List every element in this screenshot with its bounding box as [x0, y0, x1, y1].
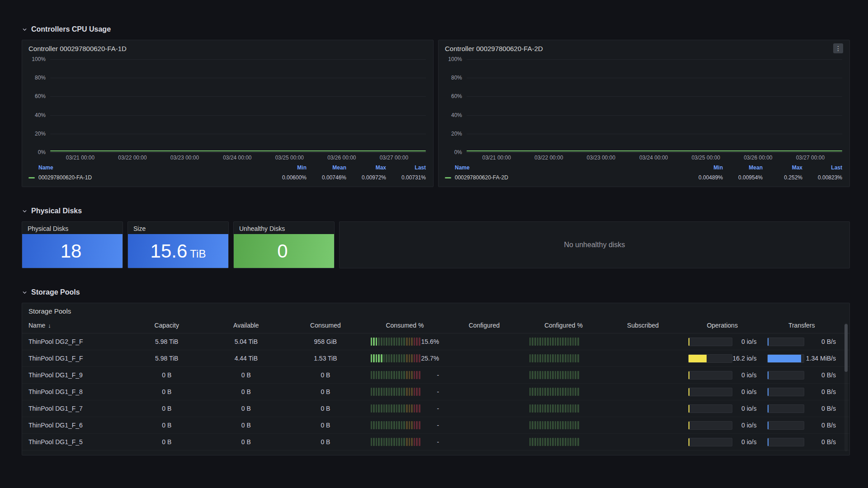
- consumed-pct-label: -: [420, 422, 439, 429]
- legend-value-mean: 0.00746%: [307, 174, 346, 181]
- x-tick-label: 03/25 00:00: [275, 155, 304, 161]
- legend-header-last[interactable]: Last: [802, 164, 842, 171]
- chart-plot-area[interactable]: [467, 59, 842, 152]
- column-header-consumed-pct[interactable]: Consumed %: [365, 322, 445, 329]
- legend-header-mean[interactable]: Mean: [307, 164, 346, 171]
- table-row: ThinPool DG1_F_6 0 B 0 B 0 B - 0 io/s: [22, 417, 849, 434]
- consumed-pct-cell: 25.7%: [365, 354, 445, 362]
- gridline: [467, 59, 842, 60]
- legend-header-name[interactable]: Name: [445, 164, 683, 171]
- consumed-cell: 0 B: [286, 405, 365, 412]
- y-tick-label: 20%: [451, 131, 462, 137]
- operations-bar-gauge: [688, 438, 732, 446]
- consumed-pct-cell: -: [365, 438, 445, 446]
- legend-series-name[interactable]: 000297800620-FA-1D: [38, 174, 92, 181]
- column-header-configured-pct[interactable]: Configured %: [524, 322, 604, 329]
- section-header-storage-pools[interactable]: Storage Pools: [22, 288, 850, 296]
- storage-pools-table-panel: Storage Pools Name ↓ Capacity Available …: [22, 303, 850, 455]
- column-header-consumed[interactable]: Consumed: [286, 322, 365, 329]
- y-tick-label: 0%: [454, 149, 462, 155]
- transfers-cell: 0 B/s: [762, 404, 841, 413]
- section-title: Controllers CPU Usage: [31, 25, 111, 33]
- table-scrollbar-thumb[interactable]: [844, 324, 848, 372]
- chart-plot-area[interactable]: [50, 59, 426, 152]
- available-cell: 0 B: [207, 422, 286, 429]
- pool-name-cell: ThinPool DG1_F_8: [22, 388, 127, 395]
- capacity-cell: 0 B: [127, 422, 207, 429]
- legend-series-name[interactable]: 000297800620-FA-2D: [455, 174, 508, 181]
- operations-bar-fill: [689, 405, 689, 413]
- transfers-cell: 0 B/s: [762, 438, 841, 446]
- operations-cell: 0 io/s: [683, 388, 762, 396]
- transfers-label: 0 B/s: [804, 422, 836, 429]
- available-cell: 0 B: [207, 438, 286, 446]
- column-header-capacity[interactable]: Capacity: [127, 322, 207, 329]
- capacity-cell: 0 B: [127, 405, 207, 412]
- no-unhealthy-disks-panel: No unhealthy disks: [339, 221, 850, 268]
- gridline: [50, 134, 426, 134]
- sort-desc-icon: ↓: [48, 322, 51, 329]
- table-row: ThinPool DG1_F_5 0 B 0 B 0 B - 0 io/s: [22, 434, 849, 450]
- legend-header-min[interactable]: Min: [683, 164, 723, 171]
- section-title: Storage Pools: [31, 288, 80, 296]
- section-title: Physical Disks: [31, 207, 82, 215]
- legend-header-min[interactable]: Min: [267, 164, 307, 171]
- operations-bar-fill: [689, 371, 689, 379]
- x-tick-label: 03/22 00:00: [534, 155, 563, 161]
- legend-series-row: 000297800620-FA-1D 0.00600% 0.00746% 0.0…: [28, 172, 426, 183]
- table-header-row: Name ↓ Capacity Available Consumed Consu…: [22, 318, 849, 333]
- cpu-usage-series-line: [50, 150, 426, 151]
- transfers-label: 1.34 MiB/s: [804, 355, 836, 362]
- legend-header-max[interactable]: Max: [346, 164, 386, 171]
- column-header-available[interactable]: Available: [207, 322, 286, 329]
- legend-header-row: Name Min Mean Max Last: [28, 163, 426, 172]
- stat-title: Unhealthy Disks: [234, 222, 334, 234]
- gridline: [467, 134, 842, 134]
- transfers-bar-gauge: [767, 371, 804, 380]
- column-header-subscribed[interactable]: Subscribed: [603, 322, 683, 329]
- chevron-down-icon: [22, 27, 28, 33]
- transfers-label: 0 B/s: [804, 438, 836, 446]
- stat-value: 0: [277, 242, 288, 261]
- transfers-bar-fill: [768, 371, 769, 379]
- panel-menu-kebab-icon[interactable]: ⋮: [833, 43, 843, 53]
- x-axis: 03/21 00:00 03/22 00:00 03/23 00:00 03/2…: [50, 152, 426, 163]
- cpu-charts-row: Controller 000297800620-FA-1D 100% 80% 6…: [22, 40, 850, 187]
- consumed-pct-led-gauge: [371, 338, 420, 346]
- column-header-label: Name: [28, 322, 45, 329]
- configured-pct-cell: [524, 338, 604, 346]
- gridline: [50, 96, 426, 97]
- transfers-bar-gauge: [767, 404, 804, 413]
- stat-value-area: 18: [22, 234, 123, 268]
- gridline: [50, 115, 426, 116]
- operations-bar-fill: [689, 422, 689, 429]
- operations-bar-gauge: [688, 404, 732, 413]
- column-header-configured[interactable]: Configured: [444, 322, 524, 329]
- column-header-operations[interactable]: Operations: [683, 322, 762, 329]
- x-tick-label: 03/22 00:00: [118, 155, 146, 161]
- column-header-name[interactable]: Name ↓: [22, 322, 127, 329]
- section-header-controllers-cpu[interactable]: Controllers CPU Usage: [22, 25, 850, 33]
- legend-header-max[interactable]: Max: [763, 164, 802, 171]
- pool-name-cell: ThinPool DG1_F_F: [22, 355, 127, 362]
- operations-bar-gauge: [688, 371, 732, 380]
- section-header-physical-disks[interactable]: Physical Disks: [22, 207, 850, 215]
- consumed-pct-led-gauge: [371, 354, 420, 362]
- configured-pct-led-gauge: [529, 438, 579, 446]
- configured-pct-led-gauge: [529, 388, 579, 396]
- column-header-transfers[interactable]: Transfers: [762, 322, 841, 329]
- operations-label: 0 io/s: [732, 438, 757, 446]
- legend-header-name[interactable]: Name: [28, 164, 267, 171]
- consumed-cell: 0 B: [286, 438, 365, 446]
- x-tick-label: 03/26 00:00: [327, 155, 356, 161]
- capacity-cell: 5.98 TiB: [127, 355, 207, 362]
- x-tick-label: 03/27 00:00: [380, 155, 408, 161]
- legend-header-last[interactable]: Last: [386, 164, 426, 171]
- grafana-dashboard: Controllers CPU Usage Controller 0002978…: [0, 0, 868, 488]
- gridline: [50, 59, 426, 60]
- legend-header-mean[interactable]: Mean: [723, 164, 763, 171]
- table-row: ThinPool DG1_F_8 0 B 0 B 0 B - 0 io/s: [22, 384, 849, 400]
- legend-series-cell: 000297800620-FA-1D: [28, 174, 267, 181]
- configured-pct-cell: [524, 421, 604, 429]
- legend-series-cell: 000297800620-FA-2D: [445, 174, 683, 181]
